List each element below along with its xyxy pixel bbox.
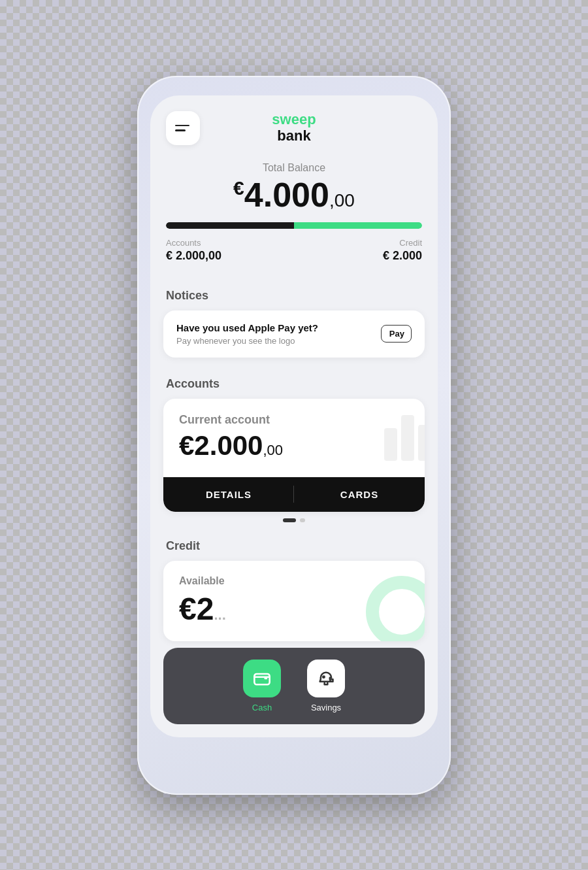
account-decimal: ,00 <box>263 442 283 458</box>
bottom-popup: Cash Savings <box>163 648 425 724</box>
balance-currency: € <box>233 176 244 198</box>
dot-1 <box>283 518 296 522</box>
credit-watermark-arc <box>366 576 425 641</box>
account-card-actions: DETAILS CARDS <box>163 477 425 512</box>
balance-progress-bar <box>166 222 422 229</box>
credit-label: Credit <box>383 238 422 248</box>
wallet-icon <box>253 669 271 688</box>
watermark <box>384 415 425 461</box>
apple-pay-badge[interactable]: Pay <box>381 325 412 343</box>
credit-whole: 2 <box>197 592 214 626</box>
cash-icon <box>243 660 281 697</box>
phone-inner: sweep bank Total Balance €4.000,00 Accou… <box>150 95 438 737</box>
accounts-label: Accounts <box>166 238 221 248</box>
credit-watermark <box>359 569 425 641</box>
apple-pay-text: Pay <box>389 329 404 339</box>
svg-rect-0 <box>254 674 269 684</box>
balance-whole: 4.000 <box>244 176 329 214</box>
watermark-bar-3 <box>418 425 425 461</box>
svg-point-1 <box>323 676 324 677</box>
savings-icon <box>307 660 345 697</box>
balance-amount: €4.000,00 <box>166 178 422 212</box>
credit-card-body: Available €2... <box>163 561 425 641</box>
menu-button[interactable] <box>166 111 200 145</box>
phone-shell: sweep bank Total Balance €4.000,00 Accou… <box>137 76 451 795</box>
accounts-section-title: Accounts <box>150 364 438 399</box>
notice-card: Have you used Apple Pay yet? Pay wheneve… <box>163 310 425 358</box>
cards-button[interactable]: CARDS <box>294 477 425 512</box>
logo-sweep: sweep <box>272 112 316 127</box>
cash-menu-item[interactable]: Cash <box>243 660 281 712</box>
watermark-bar-1 <box>384 428 397 461</box>
notice-heading: Have you used Apple Pay yet? <box>176 322 318 333</box>
savings-menu-item[interactable]: Savings <box>307 660 345 712</box>
carousel-dots <box>150 518 438 522</box>
savings-label: Savings <box>311 703 341 712</box>
credit-card: Available €2... <box>163 561 425 641</box>
credit-breakdown: Credit € 2.000 <box>383 238 422 263</box>
credit-section-title: Credit <box>150 526 438 561</box>
dot-2 <box>300 518 305 522</box>
accounts-breakdown: Accounts € 2.000,00 <box>166 238 221 263</box>
notice-subtext: Pay whenever you see the logo <box>176 336 318 346</box>
logo-bank: bank <box>272 128 316 144</box>
watermark-bars <box>384 415 425 461</box>
credit-value: € 2.000 <box>383 249 422 263</box>
details-button[interactable]: DETAILS <box>163 477 294 512</box>
header: sweep bank <box>150 95 438 152</box>
account-whole: 2.000 <box>194 430 263 461</box>
credit-currency: € <box>179 592 197 626</box>
accounts-value: € 2.000,00 <box>166 249 221 263</box>
account-card: Current account €2.000,00 DETAILS CARDS <box>163 399 425 512</box>
account-card-amount: €2.000,00 <box>179 432 409 460</box>
account-card-title: Current account <box>179 413 409 427</box>
credit-dots: ... <box>214 607 225 623</box>
watermark-bar-2 <box>401 415 414 461</box>
account-card-body: Current account €2.000,00 <box>163 399 425 477</box>
balance-breakdown: Accounts € 2.000,00 Credit € 2.000 <box>166 238 422 263</box>
notices-section-title: Notices <box>150 276 438 310</box>
balance-decimal: ,00 <box>329 190 355 210</box>
cash-label: Cash <box>252 703 272 712</box>
balance-section: Total Balance €4.000,00 Accounts € 2.000… <box>150 152 438 276</box>
balance-label: Total Balance <box>166 162 422 174</box>
notice-text: Have you used Apple Pay yet? Pay wheneve… <box>176 322 318 346</box>
progress-accounts <box>166 222 294 229</box>
account-currency: € <box>179 430 194 461</box>
app-logo: sweep bank <box>272 112 316 143</box>
progress-credit <box>294 222 422 229</box>
piggy-bank-icon <box>317 669 335 688</box>
